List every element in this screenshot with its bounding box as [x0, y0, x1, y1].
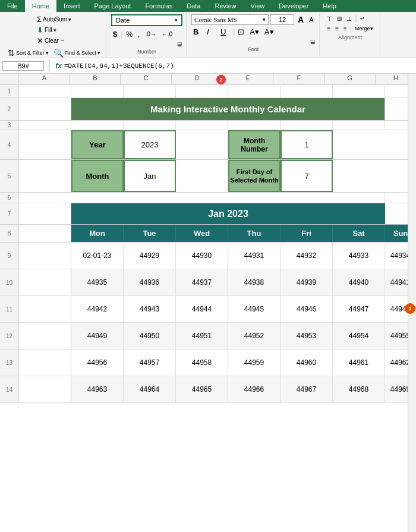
- comma-button[interactable]: ,: [136, 30, 141, 39]
- cell-a10[interactable]: [19, 269, 71, 295]
- cell-a12[interactable]: [19, 323, 71, 349]
- cell-a3[interactable]: [19, 121, 71, 130]
- cell-e4[interactable]: [176, 130, 228, 159]
- tab-data[interactable]: Data: [179, 0, 207, 12]
- cell-first-day-value[interactable]: 7: [281, 160, 333, 192]
- cell-e5[interactable]: [176, 160, 228, 192]
- cell-data-12-2[interactable]: 44951: [176, 323, 228, 349]
- cell-fri[interactable]: Fri: [281, 225, 333, 242]
- align-middle-button[interactable]: ⊟: [335, 14, 343, 23]
- cell-data-9-0[interactable]: 02-01-23: [71, 243, 124, 269]
- cell-data-13-3[interactable]: 44959: [228, 350, 281, 376]
- cell-data-14-4[interactable]: 44967: [281, 376, 333, 402]
- cell-f1[interactable]: [281, 85, 333, 97]
- cell-b6[interactable]: [19, 193, 385, 203]
- cell-data-11-3[interactable]: 44945: [228, 296, 281, 322]
- cell-data-11-1[interactable]: 44943: [124, 296, 176, 322]
- cell-title[interactable]: Making Interactive Monthly Calendar: [71, 98, 385, 120]
- cell-mon[interactable]: Mon: [71, 225, 124, 242]
- cell-d1[interactable]: [176, 85, 228, 97]
- cell-data-13-5[interactable]: 44961: [333, 350, 385, 376]
- cell-h5[interactable]: [333, 160, 416, 192]
- align-right-button[interactable]: ≡: [342, 24, 349, 33]
- align-top-button[interactable]: ⊤: [325, 14, 334, 23]
- cell-data-10-4[interactable]: 44939: [281, 269, 333, 295]
- name-box[interactable]: [2, 61, 44, 71]
- cell-data-12-5[interactable]: 44954: [333, 323, 385, 349]
- number-group-expand-icon[interactable]: ⬓: [177, 41, 182, 47]
- cell-data-11-2[interactable]: 44944: [176, 296, 228, 322]
- cell-data-12-0[interactable]: 44949: [71, 323, 124, 349]
- percent-button[interactable]: %: [124, 30, 134, 39]
- wrap-text-button[interactable]: ↵: [358, 14, 367, 23]
- cell-data-10-0[interactable]: 44935: [71, 269, 124, 295]
- tab-review[interactable]: Review: [207, 0, 243, 12]
- align-bottom-button[interactable]: ⊥: [345, 14, 354, 23]
- tab-insert[interactable]: Insert: [56, 0, 87, 12]
- cell-data-13-0[interactable]: 44956: [71, 350, 124, 376]
- align-left-button[interactable]: ≡: [325, 24, 332, 33]
- cell-e1[interactable]: [228, 85, 281, 97]
- cell-data-9-3[interactable]: 44931: [228, 243, 281, 269]
- col-header-g[interactable]: G: [324, 74, 376, 84]
- cell-data-13-2[interactable]: 44958: [176, 350, 228, 376]
- increase-font-size-button[interactable]: A: [296, 14, 305, 25]
- col-header-a[interactable]: A: [19, 74, 70, 84]
- cell-data-9-1[interactable]: 44929: [124, 243, 176, 269]
- find-dropdown-icon[interactable]: ▾: [97, 50, 100, 56]
- cell-data-14-3[interactable]: 44966: [228, 376, 281, 402]
- cell-wed[interactable]: Wed: [176, 225, 228, 242]
- tab-home[interactable]: Home: [25, 0, 56, 12]
- cell-data-9-5[interactable]: 44933: [333, 243, 385, 269]
- cell-a11[interactable]: [19, 296, 71, 322]
- autosum-dropdown-icon[interactable]: ▾: [68, 17, 71, 23]
- cell-month-label[interactable]: Month: [71, 160, 124, 192]
- tab-formulas[interactable]: Formulas: [138, 0, 179, 12]
- cell-a2[interactable]: [19, 98, 71, 120]
- cell-year-label[interactable]: Year: [71, 130, 124, 159]
- tab-developer[interactable]: Developer: [272, 0, 316, 12]
- cell-data-10-2[interactable]: 44937: [176, 269, 228, 295]
- cell-data-13-4[interactable]: 44960: [281, 350, 333, 376]
- italic-button[interactable]: I: [205, 27, 217, 37]
- clear-button[interactable]: ✕ Clear ~: [35, 36, 66, 46]
- tab-page-layout[interactable]: Page Layout: [87, 0, 138, 12]
- cell-month-number-value[interactable]: 1: [281, 130, 333, 159]
- merge-button[interactable]: Merge▾: [353, 24, 375, 33]
- border-button[interactable]: ⊡: [236, 27, 246, 37]
- decrease-decimal-button[interactable]: ←.0: [160, 30, 174, 38]
- cell-a7[interactable]: [19, 203, 71, 224]
- find-select-button[interactable]: 🔍 Find & Select ▾: [52, 48, 103, 58]
- cell-b1[interactable]: [71, 85, 124, 97]
- cell-g3[interactable]: [333, 121, 385, 130]
- cell-data-9-2[interactable]: 44930: [176, 243, 228, 269]
- cell-data-10-1[interactable]: 44936: [124, 269, 176, 295]
- formula-input[interactable]: [64, 62, 414, 70]
- increase-decimal-button[interactable]: .0→: [143, 30, 157, 38]
- col-header-c[interactable]: C: [121, 74, 172, 84]
- cell-c3[interactable]: [124, 121, 176, 130]
- cell-data-14-2[interactable]: 44965: [176, 376, 228, 402]
- cell-data-14-0[interactable]: 44963: [71, 376, 124, 402]
- col-header-b[interactable]: B: [70, 74, 121, 84]
- fill-dropdown-icon[interactable]: ▾: [53, 27, 56, 33]
- font-color-button[interactable]: A▾: [263, 27, 276, 37]
- fill-button[interactable]: ⬇ Fill ▾: [35, 25, 58, 35]
- cell-a4[interactable]: [19, 130, 71, 159]
- cell-e3[interactable]: [228, 121, 281, 130]
- tab-file[interactable]: File: [0, 0, 25, 12]
- cell-month-value[interactable]: Jan: [124, 160, 176, 192]
- tab-help[interactable]: Help: [316, 0, 343, 12]
- decrease-font-size-button[interactable]: A: [307, 15, 315, 24]
- cell-a5[interactable]: [19, 160, 71, 192]
- cell-calendar-title[interactable]: Jan 2023: [71, 203, 385, 224]
- cell-d3[interactable]: [176, 121, 228, 130]
- align-center-button[interactable]: ≡: [333, 24, 341, 33]
- cell-a8[interactable]: [19, 225, 71, 242]
- cell-a14[interactable]: [19, 376, 71, 402]
- cell-g1[interactable]: [333, 85, 385, 97]
- cell-data-9-4[interactable]: 44932: [281, 243, 333, 269]
- underline-button[interactable]: U: [219, 27, 231, 37]
- number-format-dropdown[interactable]: Date ▾: [111, 14, 182, 26]
- cell-f3[interactable]: [281, 121, 333, 130]
